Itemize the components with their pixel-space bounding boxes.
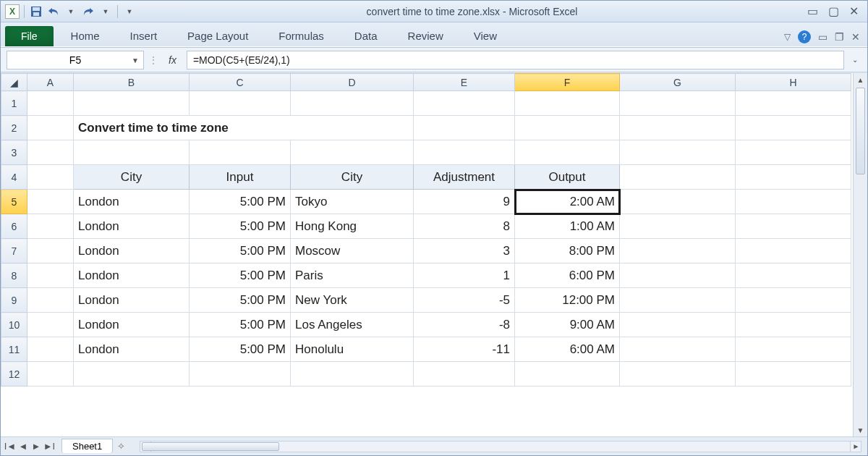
col-header[interactable]: D xyxy=(291,74,414,91)
row-header[interactable]: 6 xyxy=(1,214,27,239)
cell[interactable]: 5:00 PM xyxy=(190,288,291,313)
name-box[interactable]: F5 ▼ xyxy=(7,51,144,69)
cell[interactable]: Honolulu xyxy=(291,337,414,362)
cell[interactable]: 5:00 PM xyxy=(190,214,291,239)
cell[interactable]: -11 xyxy=(414,337,515,362)
namebox-handle[interactable]: ⋮ xyxy=(148,54,158,66)
select-all-corner[interactable]: ◢ xyxy=(1,74,27,91)
cell[interactable]: 1:00 AM xyxy=(515,214,620,239)
cell[interactable]: 5:00 PM xyxy=(190,239,291,263)
row-header[interactable]: 10 xyxy=(1,313,27,337)
col-header[interactable]: A xyxy=(27,74,74,91)
row-header[interactable]: 8 xyxy=(1,263,27,288)
sheet-nav-prev-icon[interactable]: ◄ xyxy=(17,441,30,452)
row-header[interactable]: 9 xyxy=(1,288,27,313)
cell[interactable]: London xyxy=(74,214,190,239)
worksheet[interactable]: ◢ A B C D E F G H 1 2 Convert time to ti… xyxy=(1,73,853,436)
cell[interactable]: 5:00 PM xyxy=(190,337,291,362)
cell[interactable]: 9 xyxy=(414,190,515,214)
table-header[interactable]: Input xyxy=(190,165,291,190)
cell[interactable]: Tokyo xyxy=(291,190,414,214)
row-header[interactable]: 4 xyxy=(1,165,27,190)
col-header[interactable]: C xyxy=(190,74,291,91)
undo-dropdown-icon[interactable]: ▼ xyxy=(64,4,78,19)
cell[interactable]: 12:00 PM xyxy=(515,288,620,313)
scroll-down-icon[interactable]: ▼ xyxy=(854,423,867,436)
close-icon[interactable]: ✕ xyxy=(849,4,859,18)
cell[interactable]: -8 xyxy=(414,313,515,337)
name-box-dropdown-icon[interactable]: ▼ xyxy=(132,56,139,64)
active-cell[interactable]: 2:00 AM xyxy=(515,190,620,214)
fx-icon[interactable]: fx xyxy=(163,54,182,66)
cell[interactable]: 5:00 PM xyxy=(190,190,291,214)
cell[interactable]: Hong Kong xyxy=(291,214,414,239)
row-header[interactable]: 12 xyxy=(1,362,27,387)
table-header[interactable]: City xyxy=(74,165,190,190)
table-header[interactable]: Adjustment xyxy=(414,165,515,190)
vertical-scrollbar[interactable]: ▲ ▼ xyxy=(853,73,867,436)
cell[interactable]: London xyxy=(74,190,190,214)
cell[interactable]: 9:00 AM xyxy=(515,313,620,337)
cell[interactable]: 8 xyxy=(414,214,515,239)
formula-input[interactable]: =MOD(C5+(E5/24),1) xyxy=(187,51,844,69)
file-tab[interactable]: File xyxy=(5,26,54,46)
scroll-right-icon[interactable]: ► xyxy=(850,442,861,452)
tab-insert[interactable]: Insert xyxy=(117,25,171,46)
row-header[interactable]: 3 xyxy=(1,140,27,165)
tab-data[interactable]: Data xyxy=(341,25,391,46)
maximize-icon[interactable]: ▢ xyxy=(828,4,839,18)
cell[interactable]: London xyxy=(74,239,190,263)
row-header[interactable]: 2 xyxy=(1,116,27,140)
scroll-thumb[interactable] xyxy=(856,88,865,174)
cell[interactable]: 6:00 PM xyxy=(515,263,620,288)
tab-view[interactable]: View xyxy=(461,25,510,46)
formula-expand-icon[interactable]: ⌄ xyxy=(848,56,861,64)
help-icon[interactable]: ? xyxy=(798,30,811,43)
col-header[interactable]: H xyxy=(736,74,851,91)
cell[interactable]: London xyxy=(74,263,190,288)
undo-icon[interactable] xyxy=(46,4,61,19)
ribbon-min-icon[interactable]: ▽ xyxy=(784,32,791,42)
minimize-icon[interactable]: ▭ xyxy=(807,4,818,18)
cell[interactable]: 1 xyxy=(414,263,515,288)
title-cell[interactable]: Convert time to time zone xyxy=(74,116,414,140)
cell[interactable]: Los Angeles xyxy=(291,313,414,337)
cell[interactable]: Paris xyxy=(291,263,414,288)
tab-review[interactable]: Review xyxy=(395,25,456,46)
cell[interactable]: 5:00 PM xyxy=(190,313,291,337)
sheet-tab[interactable]: Sheet1 xyxy=(61,439,113,453)
cell[interactable]: -5 xyxy=(414,288,515,313)
redo-dropdown-icon[interactable]: ▼ xyxy=(98,4,113,19)
cell[interactable]: New York xyxy=(291,288,414,313)
scroll-track[interactable] xyxy=(854,86,867,423)
qat-customize-icon[interactable]: ▼ xyxy=(122,4,137,19)
cell[interactable]: London xyxy=(74,337,190,362)
workbook-close-icon[interactable]: ✕ xyxy=(851,31,860,43)
workbook-min-icon[interactable]: ▭ xyxy=(818,31,827,43)
cell[interactable]: 3 xyxy=(414,239,515,263)
col-header[interactable]: G xyxy=(620,74,736,91)
sheet-nav-next-icon[interactable]: ► xyxy=(30,441,43,452)
sheet-nav-first-icon[interactable]: I◄ xyxy=(4,441,17,452)
row-header-selected[interactable]: 5 xyxy=(1,190,27,214)
hscroll-thumb[interactable] xyxy=(142,442,279,451)
scroll-up-icon[interactable]: ▲ xyxy=(854,73,867,86)
row-header[interactable]: 7 xyxy=(1,239,27,263)
redo-icon[interactable] xyxy=(81,4,95,19)
tab-formulas[interactable]: Formulas xyxy=(265,25,337,46)
cell[interactable]: Moscow xyxy=(291,239,414,263)
col-header[interactable]: B xyxy=(74,74,190,91)
row-header[interactable]: 11 xyxy=(1,337,27,362)
table-header[interactable]: City xyxy=(291,165,414,190)
cell[interactable]: 8:00 PM xyxy=(515,239,620,263)
col-header[interactable]: E xyxy=(414,74,515,91)
save-icon[interactable] xyxy=(29,4,43,19)
row-header[interactable]: 1 xyxy=(1,91,27,116)
tab-page-layout[interactable]: Page Layout xyxy=(174,25,261,46)
cell[interactable]: 6:00 AM xyxy=(515,337,620,362)
tab-home[interactable]: Home xyxy=(58,25,113,46)
sheet-nav-last-icon[interactable]: ►I xyxy=(43,441,56,452)
workbook-restore-icon[interactable]: ❐ xyxy=(835,31,844,43)
cell[interactable]: 5:00 PM xyxy=(190,263,291,288)
cell[interactable]: London xyxy=(74,313,190,337)
